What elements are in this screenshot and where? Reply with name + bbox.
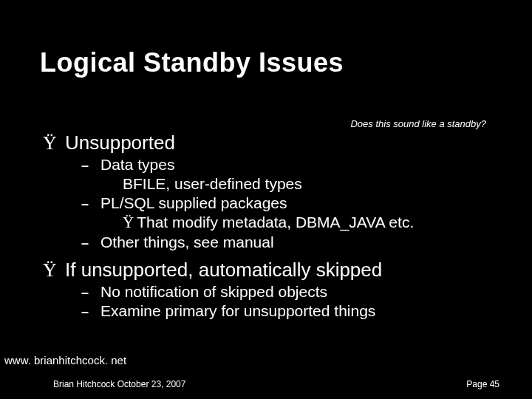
bullet-text: BFILE, user-defined types: [123, 175, 302, 192]
bullet-text: If unsupported, automatically skipped: [65, 259, 382, 282]
bullet-text: Unsupported: [65, 132, 175, 154]
bullet-text: That modify metadata, DBMA_JAVA etc.: [137, 214, 414, 231]
bullet-level2: – Examine primary for unsupported things: [81, 302, 486, 320]
dash-marker-icon: –: [81, 285, 90, 301]
footer-author: Brian Hitchcock October 23, 2007: [53, 379, 185, 389]
bullet-marker-icon: Ÿ: [43, 132, 58, 154]
bullet-text: PL/SQL supplied packages: [100, 194, 287, 212]
slide-body: Ÿ Unsupported – Data types BFILE, user-d…: [43, 127, 486, 320]
bullet-text: Other things, see manual: [100, 233, 274, 251]
footer-url: www. brianhitchcock. net: [4, 354, 126, 366]
bullet-level2: – Other things, see manual: [81, 233, 486, 251]
bullet-level2: – Data types: [81, 156, 486, 174]
footer-page-number: Page 45: [466, 379, 499, 389]
bullet-marker-icon: Ÿ: [123, 214, 134, 232]
bullet-level3: Ÿ That modify metadata, DBMA_JAVA etc.: [123, 214, 486, 232]
bullet-level2: – No notification of skipped objects: [81, 283, 486, 301]
slide: Logical Standby Issues Does this sound l…: [0, 0, 532, 399]
bullet-marker-icon: Ÿ: [43, 259, 58, 282]
bullet-level2: – PL/SQL supplied packages: [81, 194, 486, 212]
dash-marker-icon: –: [81, 236, 90, 251]
bullet-level1: Ÿ If unsupported, automatically skipped: [43, 259, 486, 282]
dash-marker-icon: –: [81, 197, 90, 212]
bullet-text: No notification of skipped objects: [100, 283, 327, 301]
slide-title: Logical Standby Issues: [40, 47, 344, 78]
bullet-text: Data types: [100, 156, 174, 174]
bullet-level1: Ÿ Unsupported: [43, 132, 486, 154]
dash-marker-icon: –: [81, 304, 90, 320]
bullet-level3: BFILE, user-defined types: [123, 175, 486, 193]
bullet-text: Examine primary for unsupported things: [100, 302, 375, 320]
dash-marker-icon: –: [81, 158, 90, 174]
